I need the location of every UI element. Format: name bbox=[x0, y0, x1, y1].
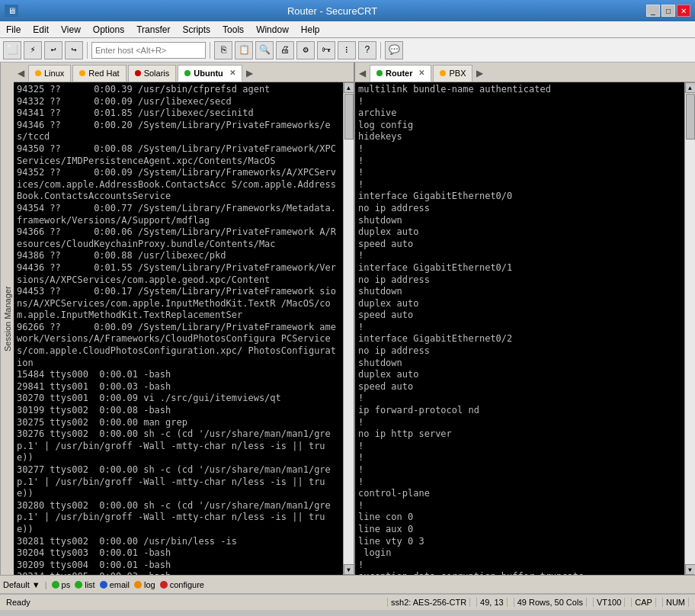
filter-button[interactable]: ⫶ bbox=[338, 41, 356, 59]
minimize-button[interactable]: _ bbox=[646, 5, 660, 17]
tab-redhat-label: Red Hat bbox=[88, 69, 119, 78]
window-title: Router - SecureCRT bbox=[18, 5, 646, 17]
status-list-label: list bbox=[85, 580, 94, 589]
encryption-field: ssh2: AES-256-CTR bbox=[387, 598, 470, 607]
close-button[interactable]: ✕ bbox=[677, 5, 690, 17]
menu-transfer[interactable]: Transfer bbox=[130, 23, 176, 37]
terminal-size-field: 49 Rows, 50 Cols bbox=[514, 598, 587, 607]
new-session-button[interactable]: ⬜ bbox=[3, 41, 21, 59]
left-terminal[interactable]: 94325 ?? 0:00.39 /usr/sbin/cfprefsd agen… bbox=[14, 82, 343, 575]
list-dot bbox=[75, 581, 82, 589]
terminal-type-field: VT100 bbox=[593, 598, 625, 607]
ps-dot bbox=[52, 581, 59, 589]
solaris-status-dot bbox=[135, 70, 141, 76]
reconnect-button[interactable]: ↪ bbox=[65, 41, 83, 59]
tab-linux-label: Linux bbox=[44, 69, 64, 78]
ready-status: Ready bbox=[6, 598, 30, 607]
right-scroll-track[interactable] bbox=[685, 93, 696, 564]
left-scroll-track[interactable] bbox=[344, 93, 354, 564]
session-manager-tab[interactable]: Session Manager bbox=[0, 63, 14, 575]
tab-solaris-label: Solaris bbox=[144, 69, 170, 78]
menu-tools[interactable]: Tools bbox=[216, 23, 250, 37]
status-email[interactable]: email bbox=[100, 580, 130, 589]
redhat-status-dot bbox=[79, 70, 85, 76]
cursor-pos-field: 49, 13 bbox=[476, 598, 508, 607]
status-list[interactable]: list bbox=[75, 580, 94, 589]
menu-file[interactable]: File bbox=[0, 23, 27, 37]
pbx-status-dot bbox=[440, 70, 446, 76]
email-dot bbox=[100, 581, 107, 589]
menu-view[interactable]: View bbox=[55, 23, 87, 37]
print-button[interactable]: 🖨 bbox=[276, 41, 294, 59]
status-default-arrow: ▼ bbox=[32, 580, 40, 589]
left-scroll-thumb[interactable] bbox=[344, 94, 354, 140]
tab-redhat[interactable]: Red Hat bbox=[72, 65, 126, 82]
chat-button[interactable]: 💬 bbox=[385, 41, 403, 59]
menu-options[interactable]: Options bbox=[87, 23, 130, 37]
menu-edit[interactable]: Edit bbox=[27, 23, 55, 37]
help-button[interactable]: ? bbox=[358, 41, 376, 59]
left-tab-next[interactable]: ▶ bbox=[244, 68, 255, 79]
tab-router[interactable]: Router ✕ bbox=[370, 65, 431, 82]
menu-scripts[interactable]: Scripts bbox=[176, 23, 216, 37]
left-pane: ◀ Linux Red Hat Solaris Ubuntu ✕ ▶ 94 bbox=[14, 63, 355, 575]
right-scrollbar[interactable]: ▲ ▼ bbox=[684, 82, 695, 575]
status-ps[interactable]: ps bbox=[52, 580, 71, 589]
status-configure[interactable]: configure bbox=[160, 580, 204, 589]
status-sep-1: | bbox=[45, 580, 47, 589]
title-bar: 🖥 Router - SecureCRT _ □ ✕ bbox=[0, 0, 695, 21]
bottom-bar: Ready ssh2: AES-256-CTR 49, 13 49 Rows, … bbox=[0, 593, 695, 610]
status-bar: Default ▼ | ps list email log configure bbox=[0, 575, 695, 593]
linux-status-dot bbox=[35, 70, 41, 76]
right-tab-bar: ◀ Router ✕ PBX ▶ bbox=[355, 63, 695, 82]
right-scroll-up[interactable]: ▲ bbox=[685, 82, 696, 93]
router-status-dot bbox=[376, 70, 383, 76]
log-dot bbox=[134, 581, 142, 589]
right-terminal[interactable]: multilink bundle-name authenticated ! ar… bbox=[355, 82, 684, 575]
maximize-button[interactable]: □ bbox=[661, 5, 675, 17]
left-tab-prev[interactable]: ◀ bbox=[15, 68, 27, 79]
tab-linux[interactable]: Linux bbox=[28, 65, 71, 82]
right-scroll-down[interactable]: ▼ bbox=[685, 564, 696, 575]
status-default[interactable]: Default ▼ bbox=[3, 580, 40, 589]
right-tab-next[interactable]: ▶ bbox=[474, 68, 485, 79]
disconnect-button[interactable]: ↩ bbox=[44, 41, 62, 59]
app-icon[interactable]: 🖥 bbox=[5, 5, 18, 17]
status-log[interactable]: log bbox=[134, 580, 155, 589]
status-default-label: Default bbox=[3, 580, 30, 589]
left-terminal-content: 94325 ?? 0:00.39 /usr/sbin/cfprefsd agen… bbox=[17, 84, 340, 575]
tab-ubuntu-close[interactable]: ✕ bbox=[229, 69, 235, 77]
keymap-button[interactable]: 🗝 bbox=[317, 41, 335, 59]
left-scrollbar[interactable]: ▲ ▼ bbox=[343, 82, 354, 575]
tab-router-close[interactable]: ✕ bbox=[418, 69, 424, 77]
right-tab-prev[interactable]: ◀ bbox=[357, 68, 368, 79]
status-configure-label: configure bbox=[170, 580, 204, 589]
right-pane: ◀ Router ✕ PBX ▶ multilink bundle-name a… bbox=[355, 63, 695, 575]
connect-button[interactable]: ⚡ bbox=[24, 41, 42, 59]
tab-ubuntu-label: Ubuntu bbox=[194, 69, 223, 78]
left-scroll-up[interactable]: ▲ bbox=[344, 82, 354, 93]
status-ps-label: ps bbox=[62, 580, 71, 589]
copy-button[interactable]: ⎘ bbox=[214, 41, 232, 59]
paste-button[interactable]: 📋 bbox=[235, 41, 253, 59]
right-terminal-content: multilink bundle-name authenticated ! ar… bbox=[358, 84, 681, 575]
left-scroll-down[interactable]: ▼ bbox=[344, 564, 354, 575]
tab-ubuntu[interactable]: Ubuntu ✕ bbox=[178, 65, 242, 82]
separator-2 bbox=[210, 42, 210, 59]
menu-window[interactable]: Window bbox=[250, 23, 295, 37]
menu-bar: File Edit View Options Transfer Scripts … bbox=[0, 21, 695, 38]
tab-pbx[interactable]: PBX bbox=[433, 65, 472, 82]
menu-help[interactable]: Help bbox=[295, 23, 326, 37]
host-input[interactable] bbox=[91, 42, 206, 59]
num-field: NUM bbox=[662, 598, 689, 607]
right-scroll-thumb[interactable] bbox=[686, 94, 695, 140]
tab-solaris[interactable]: Solaris bbox=[128, 65, 177, 82]
find-button[interactable]: 🔍 bbox=[255, 41, 274, 59]
settings-button[interactable]: ⚙ bbox=[296, 41, 315, 59]
left-tab-bar: ◀ Linux Red Hat Solaris Ubuntu ✕ ▶ bbox=[14, 63, 354, 82]
configure-dot bbox=[160, 581, 168, 589]
status-log-label: log bbox=[144, 580, 155, 589]
separator-1 bbox=[87, 42, 88, 59]
tab-pbx-label: PBX bbox=[449, 69, 466, 78]
ubuntu-status-dot bbox=[184, 70, 191, 76]
